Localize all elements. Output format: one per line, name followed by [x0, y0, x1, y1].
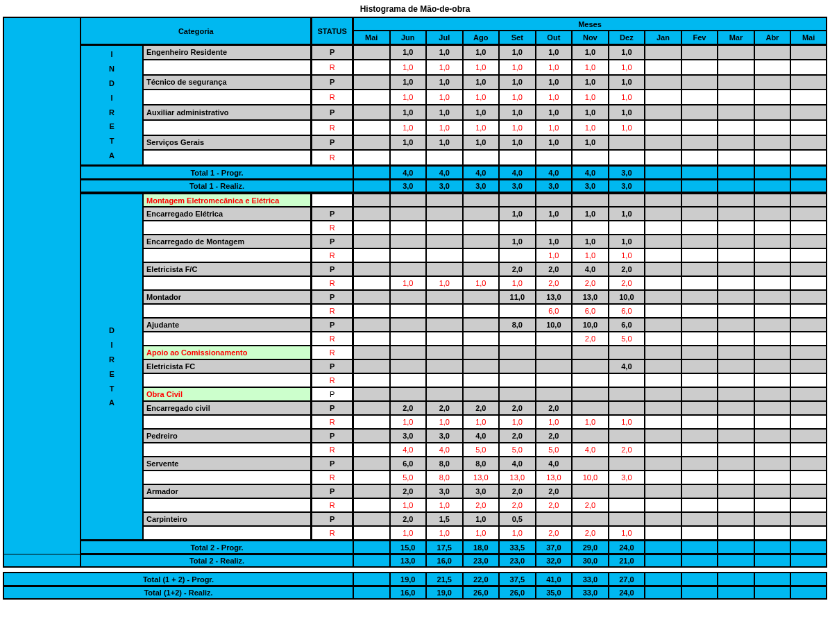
cell: 1,0	[463, 135, 500, 151]
cell	[790, 457, 827, 471]
cell	[718, 586, 754, 600]
cell: 4,0	[463, 429, 500, 443]
category-name	[143, 276, 311, 290]
cell: 1,0	[572, 90, 609, 105]
cell: 2,0	[536, 526, 573, 540]
cell	[790, 318, 827, 332]
cell: 1,0	[536, 235, 573, 248]
cell	[426, 332, 463, 346]
cell	[645, 401, 681, 415]
cell: 13,0	[572, 290, 609, 304]
cell	[790, 290, 827, 304]
cell	[390, 235, 427, 248]
cell: 13,0	[463, 471, 500, 484]
cell: 29,0	[572, 540, 609, 554]
cell	[426, 346, 463, 359]
cell	[353, 457, 390, 471]
cell	[645, 193, 681, 207]
cell: 1,0	[536, 207, 573, 221]
cell	[645, 150, 681, 165]
cell	[645, 135, 681, 151]
cell	[754, 498, 791, 512]
cell: 1,0	[499, 207, 536, 221]
cell	[353, 135, 390, 151]
total1-realiz-label: Total 1 - Realiz.	[80, 179, 353, 193]
month-header: Nov	[572, 31, 609, 44]
cell	[718, 359, 754, 373]
cell	[353, 44, 390, 60]
cell	[754, 554, 791, 568]
cell	[645, 484, 681, 498]
cell	[718, 135, 754, 151]
status-p: P	[311, 512, 353, 526]
section-header: Obra Civil	[143, 387, 311, 401]
cell	[790, 586, 827, 600]
status-r: R	[311, 304, 353, 318]
cell: 1,0	[609, 526, 645, 540]
cell	[499, 387, 536, 401]
cell	[790, 105, 827, 120]
cell	[572, 150, 609, 165]
cell: 1,0	[463, 526, 500, 540]
cell	[426, 359, 463, 373]
status-p: P	[311, 457, 353, 471]
cell	[609, 346, 645, 359]
cell	[609, 401, 645, 415]
cell: 13,0	[536, 290, 573, 304]
category-name: Encarregado de Montagem	[143, 235, 311, 248]
grand-progr-label: Total (1 + 2) - Progr.	[3, 572, 353, 586]
cell	[681, 276, 718, 290]
cell	[754, 235, 791, 248]
cell	[718, 105, 754, 120]
cell	[754, 135, 791, 151]
cell: 1,0	[426, 75, 463, 90]
cell	[681, 120, 718, 135]
category-name	[143, 90, 311, 105]
cell: 2,0	[499, 401, 536, 415]
cell: 1,0	[572, 60, 609, 75]
cell: 19,0	[426, 586, 463, 600]
cell: 1,0	[499, 105, 536, 120]
cell	[536, 387, 573, 401]
cell	[681, 512, 718, 526]
month-header: Ago	[463, 31, 500, 44]
cell: 1,0	[426, 526, 463, 540]
cell	[754, 304, 791, 318]
cell	[790, 90, 827, 105]
cell: 2,0	[390, 512, 427, 526]
cell	[609, 387, 645, 401]
cell	[790, 554, 827, 568]
status-r: R	[311, 120, 353, 135]
cell	[609, 457, 645, 471]
cell: 33,0	[572, 586, 609, 600]
status-r: R	[311, 90, 353, 105]
cell	[353, 346, 390, 359]
cell: 6,0	[536, 304, 573, 318]
cell: 3,0	[499, 179, 536, 193]
cell	[790, 207, 827, 221]
cell	[718, 290, 754, 304]
cell	[645, 105, 681, 120]
cell	[609, 150, 645, 165]
grand-realiz-label: Total (1+2) - Realiz.	[3, 586, 353, 600]
cell	[718, 90, 754, 105]
cell	[353, 75, 390, 90]
cell: 1,0	[426, 90, 463, 105]
cell: 41,0	[536, 572, 573, 586]
cell	[572, 429, 609, 443]
cell: 1,0	[609, 60, 645, 75]
cell: 1,0	[609, 207, 645, 221]
cell: 3,0	[572, 179, 609, 193]
category-name: Ajudante	[143, 318, 311, 332]
cell	[645, 248, 681, 262]
cell	[790, 135, 827, 151]
cell	[609, 498, 645, 512]
cell	[790, 498, 827, 512]
cell	[463, 248, 500, 262]
cell	[536, 359, 573, 373]
cell	[536, 512, 573, 526]
cell	[353, 193, 390, 207]
month-header: Abr	[754, 31, 791, 44]
cell: 8,0	[426, 457, 463, 471]
cell: 1,0	[609, 235, 645, 248]
